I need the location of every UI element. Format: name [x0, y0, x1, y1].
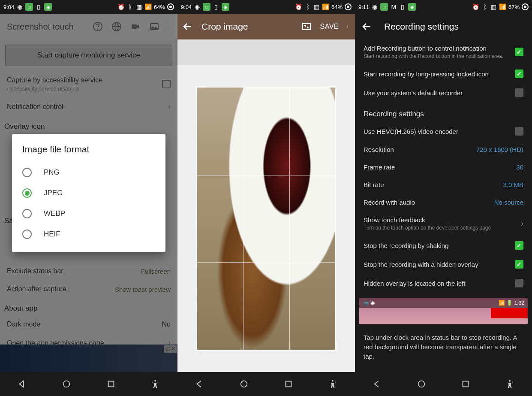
checkbox[interactable]: [515, 241, 523, 250]
radio-option-webp[interactable]: WEBP: [22, 203, 155, 224]
preview-right: 📶 🔋 1:32: [499, 300, 524, 306]
signal-icon: 📶: [499, 3, 506, 10]
radio-icon: [22, 230, 32, 239]
volte-icon: ▦: [490, 3, 497, 10]
back-arrow-icon[interactable]: [362, 21, 372, 32]
svg-point-10: [154, 380, 156, 382]
clock: 9:11: [358, 4, 369, 10]
whatsapp-icon: ◉: [371, 3, 378, 10]
overlay-row[interactable]: Stop the recording with a hidden overlay: [355, 255, 532, 274]
status-bar-preview: 📹 ◉ 📶 🔋 1:32: [359, 298, 528, 324]
battery-icon: [522, 3, 529, 10]
chevron-right-icon: ›: [521, 219, 523, 228]
home-icon[interactable]: [62, 379, 71, 389]
audio-row[interactable]: Record with audioNo source: [355, 193, 532, 211]
sim-icon: ▯: [399, 3, 406, 10]
checkbox[interactable]: [515, 88, 523, 97]
recents-icon[interactable]: [106, 379, 116, 389]
clock: 9:04: [181, 4, 192, 10]
nav-bar: [0, 372, 177, 396]
app-icon-2: ◉: [408, 3, 416, 11]
status-bar: 9:04 ◉ □ ▯ ◉ ⏰ ᛒ ▦ 📶 64%: [0, 0, 177, 14]
hidden-left-row[interactable]: Hidden overlay is located on the left: [355, 274, 532, 293]
add-button-row[interactable]: Add Recording button to control notifica…: [355, 39, 532, 64]
dialog-title: Image file format: [22, 144, 155, 154]
radio-icon: [22, 168, 32, 177]
radio-option-jpeg[interactable]: JPEG: [22, 183, 155, 203]
phone-1: 9:04 ◉ □ ▯ ◉ ⏰ ᛒ ▦ 📶 64% Screenshot touc…: [0, 0, 177, 396]
app-icon-2: ◉: [222, 3, 229, 11]
battery-icon: [345, 3, 352, 10]
back-icon[interactable]: [373, 379, 382, 389]
shake-row[interactable]: Stop the recording by shaking: [355, 236, 532, 255]
recording-header: Recording settings: [355, 102, 532, 122]
crop-handle-tr[interactable]: [327, 86, 337, 96]
grid-line: [197, 262, 335, 263]
svg-point-20: [509, 380, 511, 382]
crop-handle-tl[interactable]: [196, 86, 205, 96]
crop-frame[interactable]: [196, 87, 336, 351]
row-value: 3.0 MB: [503, 181, 523, 188]
status-bar: 9:11◉□M▯◉ ⏰ᛒ▦📶67%: [355, 0, 532, 14]
crop-handle-bl[interactable]: [196, 342, 205, 351]
checkbox[interactable]: [515, 127, 523, 136]
svg-point-14: [347, 27, 348, 27]
row-value: 30: [516, 163, 523, 171]
checkbox[interactable]: [515, 279, 523, 287]
checkbox[interactable]: [515, 48, 523, 56]
phone-2: 9:04◉□▯◉ ⏰ᛒ▦📶64% Crop image SAVE: [177, 0, 355, 396]
alarm-icon: ⏰: [472, 3, 479, 10]
radio-icon: [22, 209, 32, 218]
bitrate-row[interactable]: Bit rate3.0 MB: [355, 176, 532, 193]
home-icon[interactable]: [239, 379, 249, 389]
phone-3: 9:11◉□M▯◉ ⏰ᛒ▦📶67% Recording settings Add…: [355, 0, 532, 396]
settings-list[interactable]: Add Recording button to control notifica…: [355, 39, 532, 372]
default-recorder-row[interactable]: Use your system's default recorder: [355, 83, 532, 102]
accessibility-icon[interactable]: [505, 379, 514, 389]
recents-icon[interactable]: [461, 379, 470, 389]
back-icon[interactable]: [195, 379, 204, 389]
settings-content: Screenshot touch Start capture monitorin…: [0, 14, 177, 372]
svg-rect-16: [286, 381, 291, 387]
back-icon[interactable]: [18, 379, 27, 389]
crop-handle-br[interactable]: [327, 342, 337, 351]
app-icon: □: [25, 3, 33, 11]
hevc-row[interactable]: Use HEVC(H.265) video encoder: [355, 122, 532, 141]
whatsapp-icon: ◉: [16, 3, 23, 10]
touch-feedback-row[interactable]: Show touch feedbackTurn on the touch opt…: [355, 211, 532, 236]
bluetooth-icon: ᛒ: [127, 3, 134, 10]
svg-point-15: [241, 381, 247, 387]
crop-toolbar: Crop image SAVE: [177, 14, 355, 39]
crop-title: Crop image: [201, 21, 293, 32]
checkbox[interactable]: [515, 260, 523, 269]
sim-icon: ▯: [213, 3, 219, 10]
checkbox[interactable]: [515, 70, 523, 78]
crop-canvas[interactable]: [177, 39, 355, 372]
resolution-row[interactable]: Resolution720 x 1600 (HD): [355, 141, 532, 158]
clock: 9:04: [3, 4, 14, 10]
bluetooth-icon: ᛒ: [304, 3, 311, 10]
battery-pct: 64%: [331, 4, 343, 10]
recents-icon[interactable]: [284, 379, 293, 389]
row-value: No source: [494, 199, 523, 206]
save-button[interactable]: SAVE: [320, 23, 339, 30]
whatsapp-icon: ◉: [194, 3, 201, 10]
radio-option-png[interactable]: PNG: [22, 162, 155, 183]
svg-point-8: [63, 381, 70, 387]
aspect-ratio-icon[interactable]: [301, 21, 312, 32]
back-arrow-icon[interactable]: [183, 21, 193, 32]
preview-icons: 📹 ◉: [363, 300, 375, 306]
more-icon[interactable]: [347, 21, 350, 32]
grid-line: [289, 88, 290, 350]
accessibility-icon[interactable]: [150, 379, 160, 389]
status-bar: 9:04◉□▯◉ ⏰ᛒ▦📶64%: [177, 0, 355, 14]
radio-option-heif[interactable]: HEIF: [22, 224, 155, 245]
svg-point-13: [347, 27, 348, 27]
accessibility-icon[interactable]: [328, 379, 337, 389]
volte-icon: ▦: [136, 3, 143, 10]
volte-icon: ▦: [313, 3, 320, 10]
home-icon[interactable]: [417, 379, 426, 389]
app-icon-2: ◉: [44, 3, 52, 11]
longpress-row[interactable]: Start recording by long-pressing locked …: [355, 64, 532, 83]
framerate-row[interactable]: Frame rate30: [355, 158, 532, 176]
